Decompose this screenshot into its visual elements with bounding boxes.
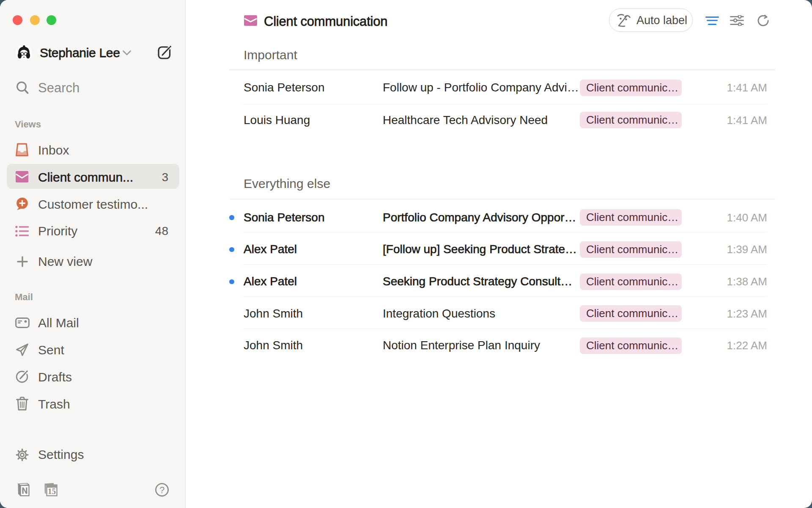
svg-text:?: ? <box>159 485 165 495</box>
svg-text:15: 15 <box>48 487 56 496</box>
